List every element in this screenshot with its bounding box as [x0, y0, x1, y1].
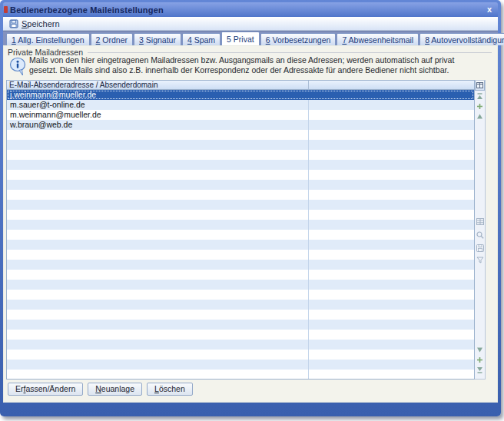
title-bar: Bedienerbezogene Maileinstellungen x: [3, 2, 498, 17]
tab-spam[interactable]: 4 Spam: [182, 33, 220, 45]
tab-number: 2: [96, 35, 101, 45]
table-row-empty[interactable]: [7, 260, 474, 270]
tab-abwesenheitsmail[interactable]: 7 Abwesenheitsmail: [337, 33, 419, 45]
table-row-empty[interactable]: [7, 200, 474, 210]
column-header-email[interactable]: E-Mail-Absenderadresse / Absenderdomain: [7, 81, 308, 89]
window-title: Bedienerbezogene Maileinstellungen: [10, 5, 164, 15]
tab-autovervollst-ndigung[interactable]: 8 Autovervollständigung: [419, 33, 504, 45]
table-row-empty[interactable]: [7, 170, 474, 180]
extra-cell: [308, 100, 474, 110]
scroll-last-icon[interactable]: [476, 366, 484, 374]
email-address-cell: [7, 280, 308, 290]
email-address-cell: [7, 320, 308, 330]
email-address-cell: [7, 250, 308, 260]
table-row-empty[interactable]: [7, 140, 474, 150]
table-row-empty[interactable]: [7, 290, 474, 300]
tab-number: 4: [187, 35, 192, 45]
email-address-cell: m.weinmann@mueller.de: [7, 110, 308, 120]
grid: E-Mail-Absenderadresse / Absenderdomain …: [6, 80, 475, 380]
email-address-cell: [7, 150, 308, 160]
scroll-down-icon[interactable]: [476, 346, 484, 354]
tab-page-privat: Private Mailadressen Mails von den hier …: [3, 45, 498, 403]
save-button[interactable]: Speichern: [8, 18, 65, 29]
column-chooser-icon[interactable]: [475, 81, 485, 91]
tab-allg-einstellungen[interactable]: 1 Allg. Einstellungen: [6, 33, 90, 45]
extra-cell: [308, 180, 474, 190]
extra-cell: [308, 240, 474, 250]
table-row-empty[interactable]: [7, 310, 474, 320]
add-top-icon[interactable]: [476, 102, 484, 111]
table-row[interactable]: j.weinmann@mueller.de: [7, 90, 474, 100]
table-row-empty[interactable]: [7, 240, 474, 250]
scroll-up-icon[interactable]: [476, 112, 484, 121]
table-row-empty[interactable]: [7, 370, 474, 380]
table-row[interactable]: m.weinmann@mueller.de: [7, 110, 474, 120]
info-balloon-icon: [9, 57, 28, 79]
table-row-empty[interactable]: [7, 280, 474, 290]
tab-privat[interactable]: 5 Privat: [221, 31, 260, 45]
table-row-empty[interactable]: [7, 230, 474, 240]
email-address-cell: [7, 160, 308, 170]
extra-cell: [308, 310, 474, 320]
extra-cell: [308, 320, 474, 330]
email-address-cell: [7, 270, 308, 280]
email-address-cell: [7, 290, 308, 300]
extra-cell: [308, 140, 474, 150]
tab-signatur[interactable]: 3 Signatur: [134, 33, 181, 45]
extra-cell: [308, 220, 474, 230]
scroll-first-icon[interactable]: [476, 92, 484, 101]
table-row-empty[interactable]: [7, 360, 474, 370]
table-row[interactable]: m.sauer@t-online.de: [7, 100, 474, 110]
email-address-cell: [7, 300, 308, 310]
save-list-icon[interactable]: [476, 244, 484, 252]
loeschen-button[interactable]: Löschen: [147, 383, 193, 396]
table-row[interactable]: w.braun@web.de: [7, 120, 474, 130]
email-address-cell: [7, 240, 308, 250]
extra-cell: [308, 260, 474, 270]
extra-cell: [308, 170, 474, 180]
button-mnemonic: f: [24, 384, 26, 393]
email-address-cell: [7, 340, 308, 350]
table-row-empty[interactable]: [7, 270, 474, 280]
search-icon[interactable]: [476, 230, 484, 239]
email-address-cell: [7, 360, 308, 370]
table-row-empty[interactable]: [7, 350, 474, 360]
grid-view-icon[interactable]: [476, 217, 484, 226]
email-address-cell: [7, 140, 308, 150]
email-address-cell: [7, 180, 308, 190]
table-row-empty[interactable]: [7, 220, 474, 230]
dialog-window: Bedienerbezogene Maileinstellungen x Spe…: [0, 0, 501, 416]
neuanlage-button[interactable]: Neuanlage: [88, 383, 142, 396]
close-icon[interactable]: x: [487, 5, 492, 14]
main-toolbar: Speichern: [3, 17, 498, 31]
table-row-empty[interactable]: [7, 130, 474, 140]
table-row-empty[interactable]: [7, 300, 474, 310]
table-row-empty[interactable]: [7, 150, 474, 160]
window-icon: [4, 6, 8, 13]
table-row-empty[interactable]: [7, 330, 474, 340]
email-address-cell: [7, 210, 308, 220]
add-bottom-icon[interactable]: [476, 356, 484, 364]
tab-vorbesetzungen[interactable]: 6 Vorbesetzungen: [260, 33, 337, 45]
tab-number: 8: [425, 35, 429, 45]
tab-ordner[interactable]: 2 Ordner: [91, 33, 133, 45]
mail-address-table: E-Mail-Absenderadresse / Absenderdomain …: [6, 80, 486, 380]
extra-cell: [308, 130, 474, 140]
erfassen-aendern-button[interactable]: Erfassen/Ändern: [8, 383, 83, 396]
email-address-cell: [7, 130, 308, 140]
table-row-empty[interactable]: [7, 320, 474, 330]
extra-cell: [308, 190, 474, 200]
table-row-empty[interactable]: [7, 210, 474, 220]
extra-cell: [308, 290, 474, 300]
table-row-empty[interactable]: [7, 340, 474, 350]
extra-cell: [308, 370, 474, 380]
extra-cell: [308, 90, 474, 100]
table-row-empty[interactable]: [7, 180, 474, 190]
column-header-extra[interactable]: [308, 81, 474, 89]
grid-header-row: E-Mail-Absenderadresse / Absenderdomain: [7, 81, 474, 90]
filter-icon[interactable]: [476, 256, 484, 264]
groupbox-info-text: Mails von den hier eingetragenen Mailadr…: [29, 55, 454, 75]
table-row-empty[interactable]: [7, 250, 474, 260]
table-row-empty[interactable]: [7, 160, 474, 170]
table-row-empty[interactable]: [7, 190, 474, 200]
